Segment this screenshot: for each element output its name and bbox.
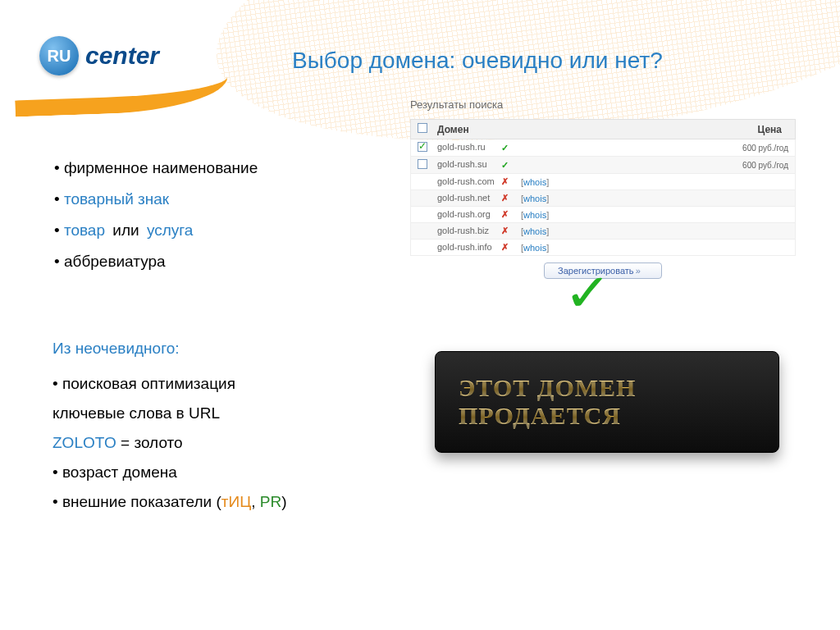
col-domain-header: Домен <box>437 124 698 135</box>
domain-cell: gold-rush.info <box>437 243 501 253</box>
bullet-external: внешние показатели (тИЦ, PR) <box>52 487 287 517</box>
logo-text: center <box>85 42 159 70</box>
col-price-header: Цена <box>698 124 788 135</box>
domain-for-sale-banner: ЭТОТ ДОМЕН ПРОДАЕТСЯ <box>435 351 779 453</box>
bullet-company-name: фирменное наименование <box>54 153 258 184</box>
price-cell: 600 руб./год <box>698 144 788 153</box>
row-checkbox[interactable] <box>418 159 427 169</box>
banner-line2: ПРОДАЕТСЯ <box>459 402 778 430</box>
search-results-header: Домен Цена <box>410 119 796 139</box>
table-row: gold-rush.com✗[whois] <box>410 174 796 190</box>
table-row: gold-rush.net✗[whois] <box>410 190 796 207</box>
slide-title: Выбор домена: очевидно или нет? <box>292 48 663 74</box>
price-cell: 600 руб./год <box>698 161 788 170</box>
search-results-title: Результаты поиска <box>410 98 796 111</box>
table-row: gold-rush.info✗[whois] <box>410 240 796 256</box>
bullet-domain-age: возраст домена <box>52 458 287 487</box>
obvious-list: фирменное наименование товарный знак тов… <box>54 153 258 277</box>
row-checkbox[interactable] <box>418 142 427 152</box>
table-row: gold-rush.org✗[whois] <box>410 207 796 223</box>
domain-cell: gold-rush.ru <box>437 143 501 153</box>
status-icon: ✗ <box>501 193 521 203</box>
nonobvious-list: поисковая оптимизация ключевые слова в U… <box>52 369 287 517</box>
logo-swoosh <box>14 76 228 116</box>
whois-link[interactable]: [whois] <box>521 243 549 253</box>
domain-cell: gold-rush.su <box>437 160 501 170</box>
status-icon: ✗ <box>501 226 521 236</box>
logo: RU center <box>39 36 159 75</box>
bullet-good-service: товар или услуга <box>54 215 258 246</box>
whois-link[interactable]: [whois] <box>521 194 549 203</box>
bullet-trademark: товарный знак <box>54 184 258 215</box>
banner-line1: ЭТОТ ДОМЕН <box>459 374 778 402</box>
table-row: gold-rush.su✓600 руб./год <box>410 157 796 174</box>
status-icon: ✗ <box>501 209 521 220</box>
whois-link[interactable]: [whois] <box>521 226 549 236</box>
bullet-abbrev: аббревиатура <box>54 246 258 277</box>
status-icon: ✗ <box>501 176 521 187</box>
status-icon: ✓ <box>501 160 521 171</box>
table-row: gold-rush.biz✗[whois] <box>410 223 796 240</box>
select-all-checkbox[interactable] <box>418 123 427 133</box>
domain-cell: gold-rush.org <box>437 210 501 220</box>
bullet-keywords: ключевые слова в URL <box>52 399 287 428</box>
nonobvious-heading: Из неочевидного: <box>52 340 180 358</box>
bullet-seo: поисковая оптимизация <box>52 369 287 399</box>
status-icon: ✗ <box>501 242 521 253</box>
search-results-panel: Результаты поиска Домен Цена gold-rush.r… <box>410 98 796 279</box>
table-row: gold-rush.ru✓600 руб./год <box>410 139 796 157</box>
whois-link[interactable]: [whois] <box>521 210 549 220</box>
domain-cell: gold-rush.net <box>437 194 501 203</box>
domain-cell: gold-rush.biz <box>437 226 501 236</box>
logo-badge: RU <box>39 36 79 75</box>
whois-link[interactable]: [whois] <box>521 177 549 187</box>
bullet-zoloto: ZOLOTO = золото <box>52 428 287 458</box>
domain-cell: gold-rush.com <box>437 177 501 187</box>
big-check-icon: ✓ <box>564 262 612 323</box>
status-icon: ✓ <box>501 143 521 153</box>
